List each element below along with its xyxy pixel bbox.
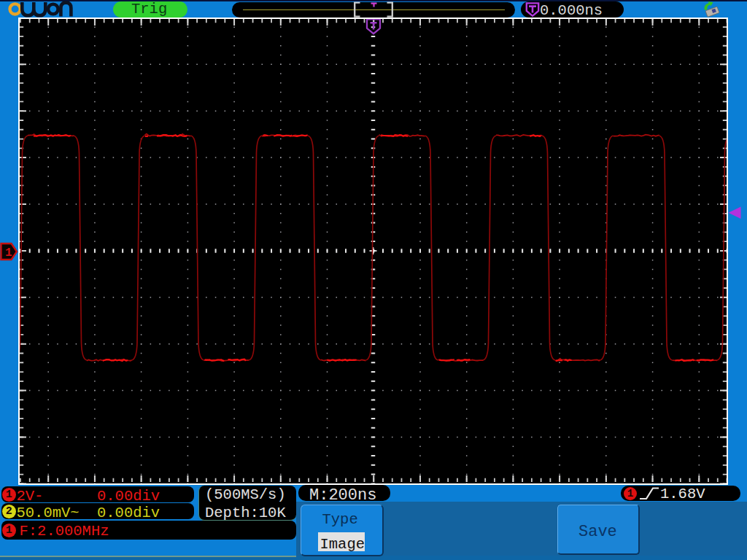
svg-text:1: 1 bbox=[5, 246, 12, 260]
